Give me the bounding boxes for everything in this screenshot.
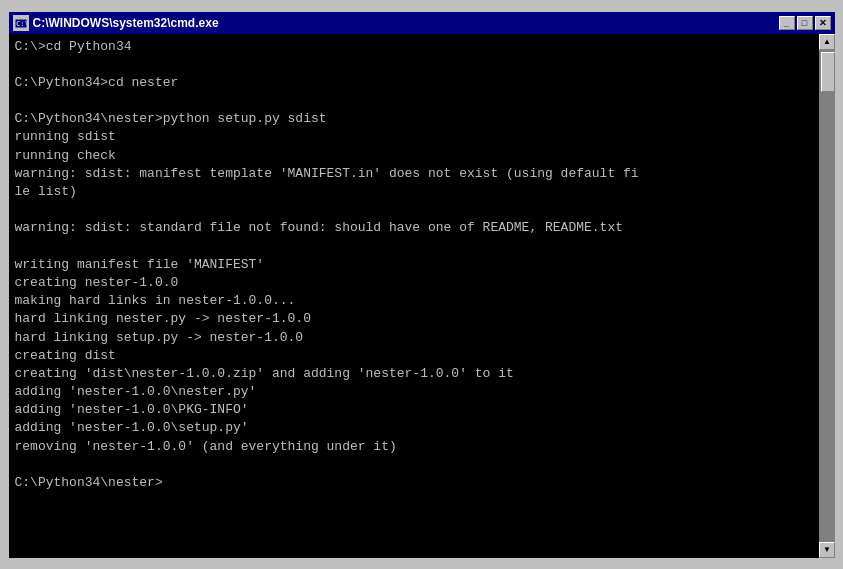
content-area: C:\>cd Python34 C:\Python34>cd nester C:… bbox=[9, 34, 835, 558]
scrollbar[interactable]: ▲ ▼ bbox=[819, 34, 835, 558]
scrollbar-track[interactable] bbox=[820, 50, 835, 542]
cmd-window: C:\ C:\WINDOWS\system32\cmd.exe _ □ ✕ C:… bbox=[7, 10, 837, 560]
window-controls: _ □ ✕ bbox=[779, 16, 831, 30]
svg-text:C:\: C:\ bbox=[16, 20, 28, 28]
maximize-button[interactable]: □ bbox=[797, 16, 813, 30]
minimize-button[interactable]: _ bbox=[779, 16, 795, 30]
cmd-icon: C:\ bbox=[13, 15, 29, 31]
title-bar: C:\ C:\WINDOWS\system32\cmd.exe _ □ ✕ bbox=[9, 12, 835, 34]
close-button[interactable]: ✕ bbox=[815, 16, 831, 30]
terminal-output: C:\>cd Python34 C:\Python34>cd nester C:… bbox=[15, 38, 813, 493]
title-bar-left: C:\ C:\WINDOWS\system32\cmd.exe bbox=[13, 15, 219, 31]
window-title: C:\WINDOWS\system32\cmd.exe bbox=[33, 16, 219, 30]
scroll-up-button[interactable]: ▲ bbox=[819, 34, 835, 50]
scroll-down-button[interactable]: ▼ bbox=[819, 542, 835, 558]
scrollbar-thumb[interactable] bbox=[821, 52, 835, 92]
terminal[interactable]: C:\>cd Python34 C:\Python34>cd nester C:… bbox=[9, 34, 819, 558]
